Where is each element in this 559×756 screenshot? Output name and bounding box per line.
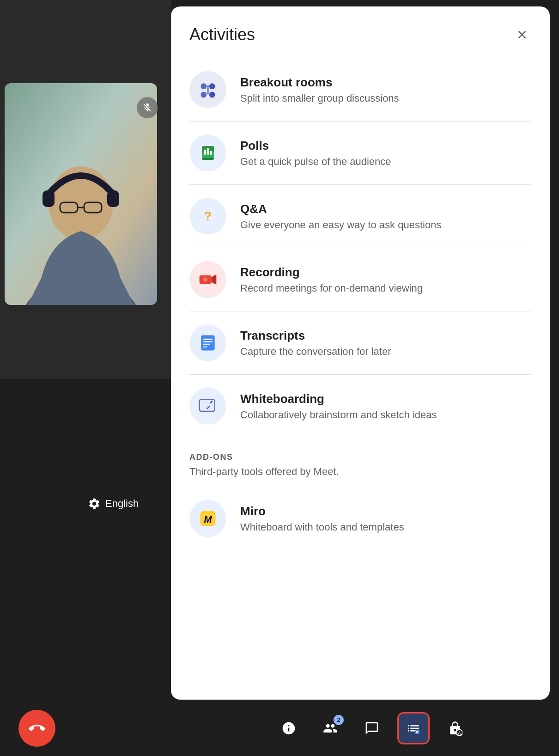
participants-button[interactable]: 2 [314, 712, 346, 744]
activities-panel: Activities Breakout rooms Split into sma… [171, 6, 550, 700]
whiteboarding-name: Whiteboarding [240, 392, 437, 406]
language-setting[interactable]: English [88, 497, 139, 510]
svg-marker-22 [211, 274, 216, 285]
addons-title: ADD-ONS [189, 452, 531, 462]
transcripts-icon [189, 324, 226, 361]
panel-title: Activities [189, 25, 255, 44]
svg-rect-16 [202, 158, 214, 160]
activities-button[interactable] [397, 712, 430, 744]
participants-badge: 2 [334, 715, 344, 725]
miro-name: Miro [240, 504, 404, 518]
polls-desc: Get a quick pulse of the audience [240, 156, 391, 168]
gear-icon [88, 497, 101, 510]
svg-text:?: ? [204, 209, 212, 223]
polls-icon [189, 134, 226, 171]
mic-muted-button[interactable] [137, 97, 158, 118]
qa-desc: Give everyone an easy way to ask questio… [240, 219, 441, 231]
breakout-rooms-desc: Split into smaller group discussions [240, 92, 399, 104]
svg-point-10 [201, 92, 207, 98]
activity-item-transcripts[interactable]: Transcripts Capture the conversation for… [189, 311, 531, 374]
svg-rect-24 [201, 335, 214, 351]
language-label: English [105, 498, 139, 510]
addons-subtitle: Third-party tools offered by Meet. [189, 466, 531, 478]
polls-name: Polls [240, 139, 391, 153]
svg-point-11 [209, 92, 215, 98]
svg-rect-13 [207, 92, 209, 94]
whiteboarding-desc: Collaboratively brainstorm and sketch id… [240, 409, 437, 421]
svg-rect-17 [204, 150, 207, 155]
panel-header: Activities [189, 25, 531, 44]
activity-item-polls[interactable]: Polls Get a quick pulse of the audience [189, 122, 531, 184]
svg-rect-19 [210, 151, 213, 154]
miro-icon: M [189, 500, 226, 537]
qa-name: Q&A [240, 202, 441, 216]
end-call-button[interactable] [18, 710, 55, 747]
recording-name: Recording [240, 265, 423, 280]
svg-text:A: A [458, 731, 462, 736]
svg-rect-18 [207, 148, 209, 155]
svg-rect-28 [203, 346, 207, 348]
activity-item-miro[interactable]: M Miro Whiteboard with tools and templat… [189, 487, 531, 550]
breakout-rooms-name: Breakout rooms [240, 75, 399, 90]
activities-icon [406, 721, 421, 736]
svg-rect-14 [207, 87, 209, 92]
qa-icon: ? [189, 198, 226, 235]
recording-desc: Record meetings for on-demand viewing [240, 282, 423, 294]
info-icon [281, 721, 296, 736]
lock-icon: A [448, 721, 462, 736]
chat-icon [365, 721, 379, 736]
recording-icon [189, 261, 226, 298]
svg-point-9 [209, 83, 215, 89]
addons-section: ADD-ONS Third-party tools offered by Mee… [189, 452, 531, 550]
toolbar-icons-group: 2 A [273, 712, 471, 744]
activity-item-recording[interactable]: Recording Record meetings for on-demand … [189, 248, 531, 311]
chat-button[interactable] [356, 712, 388, 744]
lock-button[interactable]: A [439, 712, 471, 744]
svg-point-23 [203, 277, 207, 281]
svg-rect-25 [203, 339, 213, 340]
svg-rect-4 [107, 190, 119, 207]
transcripts-name: Transcripts [240, 329, 391, 343]
svg-rect-12 [207, 85, 209, 87]
video-thumbnail [5, 83, 157, 305]
info-button[interactable] [273, 712, 305, 744]
svg-point-8 [201, 83, 207, 89]
miro-desc: Whiteboard with tools and templates [240, 521, 404, 533]
breakout-rooms-icon [189, 71, 226, 108]
transcripts-desc: Capture the conversation for later [240, 346, 391, 358]
svg-rect-3 [43, 190, 55, 207]
video-area [0, 0, 171, 379]
close-button[interactable] [513, 25, 531, 44]
activity-item-qa[interactable]: ? Q&A Give everyone an easy way to ask q… [189, 185, 531, 248]
svg-rect-26 [203, 341, 213, 342]
activity-item-breakout-rooms[interactable]: Breakout rooms Split into smaller group … [189, 58, 531, 121]
whiteboarding-icon [189, 388, 226, 425]
activity-item-whiteboarding[interactable]: Whiteboarding Collaboratively brainstorm… [189, 375, 531, 438]
svg-rect-27 [203, 344, 210, 345]
svg-text:M: M [204, 514, 213, 524]
bottom-toolbar: 2 A [0, 701, 559, 756]
